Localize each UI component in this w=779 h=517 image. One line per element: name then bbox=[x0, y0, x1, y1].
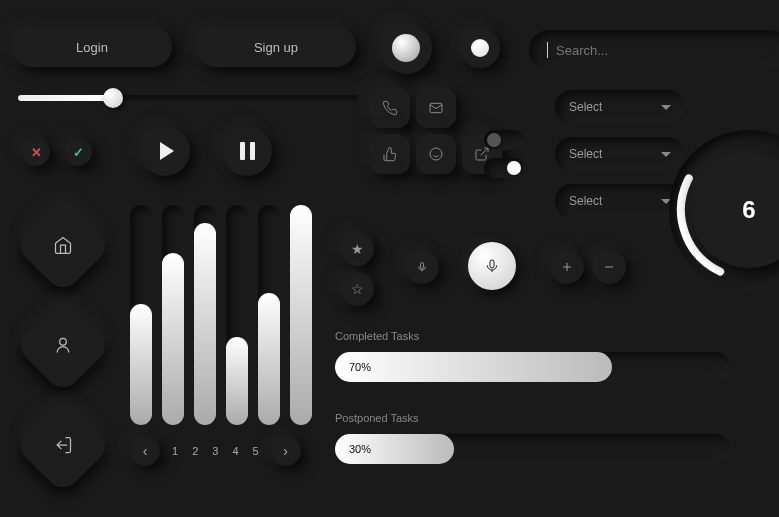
toggle-on[interactable] bbox=[484, 158, 524, 178]
user-icon bbox=[53, 335, 73, 355]
chevron-left-icon: ‹ bbox=[143, 443, 148, 459]
pause-button[interactable] bbox=[222, 126, 272, 176]
equalizer[interactable] bbox=[130, 205, 320, 425]
play-icon bbox=[160, 142, 174, 160]
star-outline-icon: ☆ bbox=[351, 281, 364, 297]
pagination: ‹ 1 2 3 4 5 › bbox=[130, 436, 301, 466]
star-button-outline[interactable]: ☆ bbox=[340, 272, 374, 306]
svg-point-3 bbox=[60, 338, 67, 345]
login-label: Login bbox=[76, 40, 108, 55]
star-filled-icon: ★ bbox=[351, 241, 364, 257]
eq-slot[interactable] bbox=[226, 205, 248, 425]
page-number[interactable]: 5 bbox=[251, 445, 261, 457]
eq-slot[interactable] bbox=[258, 205, 280, 425]
eq-bar bbox=[226, 337, 248, 425]
logout-icon bbox=[53, 435, 73, 455]
page-number[interactable]: 2 bbox=[190, 445, 200, 457]
mic-icon bbox=[484, 258, 500, 274]
slider-fill bbox=[18, 95, 113, 101]
svg-point-1 bbox=[430, 148, 442, 160]
eq-bar bbox=[290, 205, 312, 425]
svg-rect-4 bbox=[421, 263, 424, 269]
chevron-right-icon: › bbox=[283, 443, 288, 459]
minus-icon bbox=[602, 260, 616, 274]
record-dot-icon bbox=[392, 34, 420, 62]
phone-icon bbox=[382, 100, 398, 116]
eq-bar bbox=[258, 293, 280, 425]
eq-slot[interactable] bbox=[194, 205, 216, 425]
completed-progress: 70% bbox=[335, 352, 730, 382]
mic-icon bbox=[416, 261, 428, 273]
record-button-large[interactable] bbox=[380, 22, 432, 74]
select-2[interactable]: Select bbox=[555, 137, 685, 171]
page-number[interactable]: 1 bbox=[170, 445, 180, 457]
phone-button[interactable] bbox=[370, 88, 410, 128]
postponed-label: Postponed Tasks bbox=[335, 412, 419, 424]
minus-button[interactable] bbox=[592, 250, 626, 284]
mail-button[interactable] bbox=[416, 88, 456, 128]
slider-thumb[interactable] bbox=[103, 88, 123, 108]
nav-logout[interactable] bbox=[14, 396, 113, 495]
emoji-button[interactable] bbox=[416, 134, 456, 174]
select-3[interactable]: Select bbox=[555, 184, 685, 218]
mail-icon bbox=[428, 100, 444, 116]
nav-profile[interactable] bbox=[14, 296, 113, 395]
eq-slot[interactable] bbox=[290, 205, 312, 425]
eq-bar bbox=[194, 223, 216, 425]
select-label: Select bbox=[569, 100, 602, 114]
pause-icon bbox=[240, 142, 255, 160]
completed-fill: 70% bbox=[335, 352, 612, 382]
x-icon: ✕ bbox=[31, 145, 42, 160]
icon-grid bbox=[370, 88, 502, 174]
eq-slot[interactable] bbox=[130, 205, 152, 425]
record-button-small[interactable] bbox=[460, 28, 500, 68]
postponed-pct: 30% bbox=[349, 443, 371, 455]
svg-rect-0 bbox=[430, 103, 442, 112]
select-label: Select bbox=[569, 194, 602, 208]
page-prev[interactable]: ‹ bbox=[130, 436, 160, 466]
page-next[interactable]: › bbox=[271, 436, 301, 466]
home-icon bbox=[53, 235, 73, 255]
mic-button-small[interactable] bbox=[405, 250, 439, 284]
select-1[interactable]: Select bbox=[555, 90, 685, 124]
page-number[interactable]: 3 bbox=[210, 445, 220, 457]
record-dot-icon bbox=[471, 39, 489, 57]
eq-slot[interactable] bbox=[162, 205, 184, 425]
toggle-knob bbox=[487, 133, 501, 147]
svg-rect-5 bbox=[490, 260, 494, 268]
login-button[interactable]: Login bbox=[12, 27, 172, 67]
accept-button[interactable]: ✓ bbox=[64, 138, 92, 166]
page-number[interactable]: 4 bbox=[230, 445, 240, 457]
select-label: Select bbox=[569, 147, 602, 161]
eq-bar bbox=[162, 253, 184, 425]
mic-button-large[interactable] bbox=[468, 242, 516, 290]
dial[interactable]: 6 bbox=[669, 130, 779, 290]
like-button[interactable] bbox=[370, 134, 410, 174]
search-input[interactable]: Search... bbox=[529, 30, 779, 70]
plus-icon bbox=[560, 260, 574, 274]
eq-bar bbox=[130, 304, 152, 425]
smile-icon bbox=[428, 146, 444, 162]
completed-label: Completed Tasks bbox=[335, 330, 419, 342]
check-icon: ✓ bbox=[73, 145, 84, 160]
postponed-progress: 30% bbox=[335, 434, 730, 464]
text-cursor bbox=[547, 42, 548, 58]
nav-home[interactable] bbox=[14, 196, 113, 295]
reject-button[interactable]: ✕ bbox=[22, 138, 50, 166]
toggle-off[interactable] bbox=[484, 130, 524, 150]
slider[interactable] bbox=[18, 95, 358, 101]
postponed-fill: 30% bbox=[335, 434, 454, 464]
play-button[interactable] bbox=[140, 126, 190, 176]
signup-button[interactable]: Sign up bbox=[196, 27, 356, 67]
plus-button[interactable] bbox=[550, 250, 584, 284]
completed-pct: 70% bbox=[349, 361, 371, 373]
signup-label: Sign up bbox=[254, 40, 298, 55]
chevron-down-icon bbox=[661, 105, 671, 110]
star-button-filled[interactable]: ★ bbox=[340, 232, 374, 266]
toggle-knob bbox=[507, 161, 521, 175]
thumbs-up-icon bbox=[382, 146, 398, 162]
search-placeholder: Search... bbox=[556, 43, 608, 58]
